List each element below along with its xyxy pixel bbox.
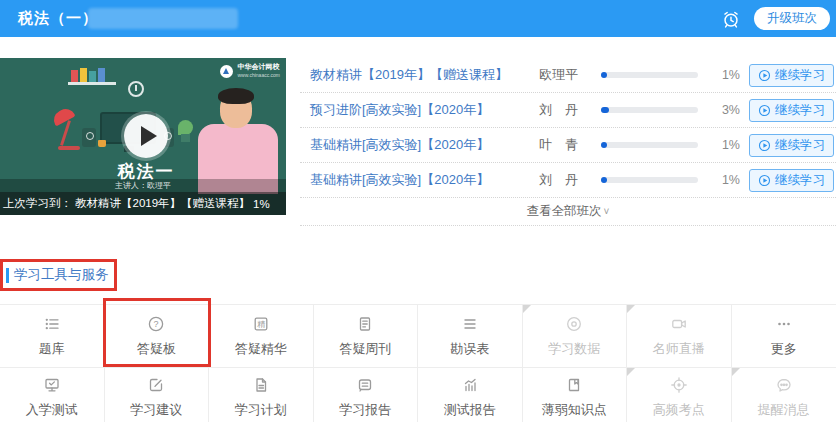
play-button[interactable] [124, 114, 168, 158]
plant-illustration [178, 120, 193, 135]
tool-hot-test-points: 高频考点 [627, 368, 732, 422]
progress-bar [601, 177, 698, 183]
page-icon [252, 376, 270, 394]
course-row: 教材精讲【2019年】【赠送课程】 欧理平 1% 继续学习 [300, 58, 836, 93]
list-icon [43, 315, 61, 333]
alarm-clock-icon[interactable] [722, 10, 740, 28]
continue-study-button[interactable]: 继续学习 [749, 99, 834, 122]
data-circle-icon [565, 315, 583, 333]
tool-qa-board[interactable]: ? 答疑板 [105, 305, 210, 368]
tool-question-bank[interactable]: 题库 [0, 305, 105, 368]
course-teacher: 叶 青 [539, 136, 601, 154]
course-subject-title: 税法（一） [18, 9, 98, 28]
edit-icon [147, 376, 165, 394]
tool-study-report[interactable]: 学习报告 [314, 368, 419, 422]
play-circle-icon [758, 69, 771, 82]
progress-bar [601, 107, 698, 113]
section-accent-bar [6, 268, 9, 283]
course-title-link[interactable]: 基础精讲[高效实验]【2020年】 [300, 136, 539, 154]
tools-grid: 题库 ? 答疑板 精 答疑精华 答疑周刊 [0, 304, 836, 422]
tool-test-report[interactable]: 测试报告 [418, 368, 523, 422]
play-circle-icon [758, 174, 771, 187]
jing-badge-icon: 精 [252, 315, 270, 333]
last-watched-overlay: 上次学习到： 教材精讲【2019年】【赠送课程】 1% [0, 192, 286, 215]
course-title-link[interactable]: 教材精讲【2019年】【赠送课程】 [300, 66, 539, 84]
last-watched-percent: 1% [253, 198, 270, 210]
ellipsis-icon [775, 315, 793, 333]
upgrade-class-button[interactable]: 升级班次 [754, 7, 830, 30]
tool-study-advice[interactable]: 学习建议 [105, 368, 210, 422]
progress-percent: 1% [706, 138, 740, 152]
message-icon [775, 376, 793, 394]
bar-chart-icon [461, 376, 479, 394]
progress-percent: 1% [706, 68, 740, 82]
video-player[interactable]: 中华会计网校 www.chinaacc.com 税法一 主讲人：欧理平 上次学习… [0, 58, 286, 215]
document-icon [356, 315, 374, 333]
book-icon [565, 376, 583, 394]
svg-text:精: 精 [257, 320, 266, 329]
bookshelf-illustration [68, 82, 116, 85]
tool-weak-points[interactable]: 薄弱知识点 [523, 368, 628, 422]
speaker-illustration [82, 128, 96, 147]
continue-study-button[interactable]: 继续学习 [749, 169, 834, 192]
tool-entrance-test[interactable]: 入学测试 [0, 368, 105, 422]
tool-errata[interactable]: 勘误表 [418, 305, 523, 368]
tool-live-broadcast: 名师直播 [627, 305, 732, 368]
course-list: 教材精讲【2019年】【赠送课程】 欧理平 1% 继续学习 预习进阶[高效实验]… [300, 58, 836, 226]
progress-bar [601, 142, 698, 148]
play-circle-icon [758, 104, 771, 117]
course-teacher: 刘 丹 [539, 101, 601, 119]
play-circle-icon [758, 139, 771, 152]
question-circle-icon: ? [147, 315, 165, 333]
tool-qa-highlights[interactable]: 精 答疑精华 [209, 305, 314, 368]
tool-more[interactable]: 更多 [732, 305, 836, 368]
course-teacher: 欧理平 [539, 66, 601, 84]
svg-text:?: ? [154, 319, 159, 329]
course-row: 基础精讲[高效实验]【2020年】 刘 丹 1% 继续学习 [300, 163, 836, 198]
school-logo-domain: www.chinaacc.com [237, 72, 280, 78]
clock-illustration [128, 81, 144, 97]
school-logo: 中华会计网校 www.chinaacc.com [220, 63, 280, 79]
mug-illustration [98, 140, 106, 147]
tools-section-header: 学习工具与服务 [6, 266, 109, 284]
course-row: 基础精讲[高效实验]【2020年】 叶 青 1% 继续学习 [300, 128, 836, 163]
tool-qa-weekly[interactable]: 答疑周刊 [314, 305, 419, 368]
tools-section-title: 学习工具与服务 [14, 266, 109, 284]
continue-study-button[interactable]: 继续学习 [749, 134, 834, 157]
menu-lines-icon [461, 315, 479, 333]
continue-study-button[interactable]: 继续学习 [749, 64, 834, 87]
course-title-link[interactable]: 基础精讲[高效实验]【2020年】 [300, 171, 539, 189]
tool-study-plan[interactable]: 学习计划 [209, 368, 314, 422]
report-icon [356, 376, 374, 394]
progress-percent: 1% [706, 173, 740, 187]
topbar: 税法（一） 升级班次 [0, 0, 836, 37]
chevron-down-icon: ˅ [604, 206, 610, 217]
course-teacher: 刘 丹 [539, 171, 601, 189]
video-speaker-label: 主讲人：欧理平 [0, 179, 286, 192]
school-logo-icon [220, 65, 233, 78]
tool-study-data: 学习数据 [523, 305, 628, 368]
view-all-classes-button[interactable]: 查看全部班次 ˅ [300, 198, 836, 226]
tool-reminder-messages: 提醒消息 [732, 368, 836, 422]
progress-bar [601, 72, 698, 78]
target-icon [670, 376, 688, 394]
course-title-link[interactable]: 预习进阶[高效实验]【2020年】 [300, 101, 539, 119]
course-row: 预习进阶[高效实验]【2020年】 刘 丹 3% 继续学习 [300, 93, 836, 128]
progress-percent: 3% [706, 103, 740, 117]
redacted-user-info [88, 8, 238, 29]
school-logo-text: 中华会计网校 [237, 63, 279, 70]
desk-lamp-illustration [60, 120, 71, 146]
video-camera-icon [670, 315, 688, 333]
last-watched-prefix: 上次学习到： [3, 196, 72, 211]
monitor-check-icon [43, 376, 61, 394]
last-watched-course: 教材精讲【2019年】【赠送课程】 [75, 196, 250, 211]
